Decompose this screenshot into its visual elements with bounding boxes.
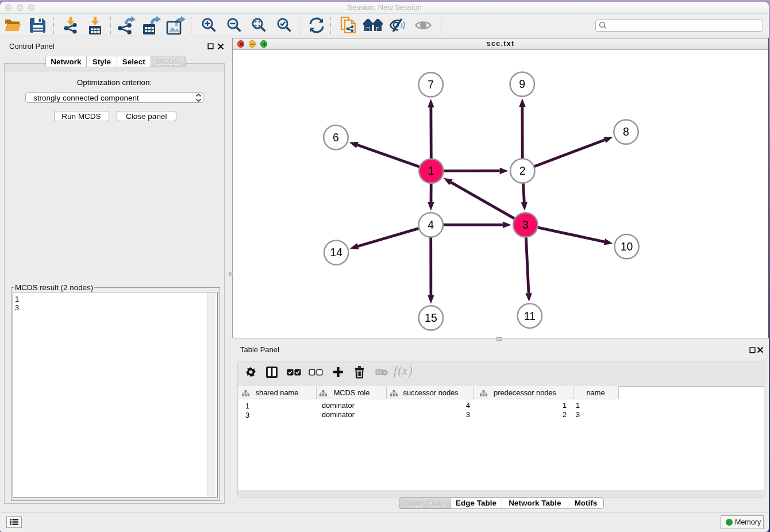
svg-text:11: 11	[524, 309, 536, 322]
svg-text:4: 4	[428, 218, 434, 231]
svg-text:1: 1	[428, 164, 434, 177]
svg-text:6: 6	[333, 131, 339, 144]
svg-text:15: 15	[425, 311, 437, 324]
svg-text:2: 2	[519, 164, 526, 177]
svg-text:7: 7	[428, 78, 434, 91]
svg-text:14: 14	[330, 246, 342, 259]
svg-text:8: 8	[623, 125, 629, 138]
svg-text:3: 3	[522, 218, 529, 231]
svg-text:10: 10	[621, 240, 633, 252]
svg-text:9: 9	[519, 78, 525, 90]
